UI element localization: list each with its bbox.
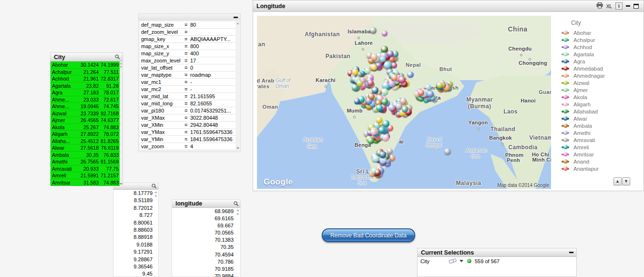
minimize-icon[interactable] — [234, 17, 238, 18]
variables-panel-header[interactable] — [139, 14, 240, 21]
city-listbox-row[interactable]: Amravati20.93377.75 — [51, 165, 120, 173]
city-listbox-row[interactable]: Achhod21.96172.8317 — [51, 75, 120, 82]
city-listbox-row[interactable]: Aligarh27.892278.072 — [51, 131, 120, 138]
eraser-icon[interactable] — [448, 257, 458, 265]
variable-value-cell[interactable]: 21.161595 — [190, 93, 235, 100]
scroll-up-icon[interactable] — [236, 22, 239, 24]
latitude-value[interactable]: 8.51189 — [113, 197, 158, 204]
variable-row[interactable]: var_maptype=roadmap — [140, 72, 235, 79]
longitude-value[interactable]: 70.4594 — [172, 251, 240, 258]
city-listbox-row[interactable]: Agra27.18378.017 — [51, 89, 120, 96]
variable-row[interactable]: def_map_size=80 — [140, 21, 235, 29]
city-listbox-row[interactable]: Amritsar31.58374.883 — [51, 179, 120, 186]
variable-value-cell[interactable]: ABQIAAAAPTY... — [190, 36, 235, 42]
variable-value-cell[interactable] — [190, 29, 235, 35]
longitude-value[interactable]: 70.9884 — [172, 273, 240, 277]
variable-row[interactable]: var_mc1=- — [140, 79, 235, 86]
latitude-value[interactable]: 8.88918 — [113, 234, 158, 241]
city-listbox-row[interactable]: Ambala30.3576.833 — [51, 152, 120, 159]
search-icon[interactable] — [234, 201, 239, 206]
city-listbox-row[interactable]: Ahme...23.03372.617 — [51, 96, 120, 103]
variable-row[interactable]: var_XMin=2942.80448 — [140, 122, 235, 129]
city-listbox-header[interactable]: City — [51, 53, 123, 62]
variable-value-cell[interactable]: 0.01745329251... — [190, 107, 235, 114]
legend-scroll-up-button[interactable]: ▲ — [613, 177, 622, 185]
city-listbox-row[interactable]: Agartala23.8291.28 — [51, 82, 120, 90]
variable-value-cell[interactable]: 4 — [190, 143, 235, 150]
scroll-thumb[interactable] — [120, 66, 122, 68]
variable-value-cell[interactable]: 800 — [190, 43, 235, 50]
variable-value-cell[interactable]: 2942.80448 — [190, 122, 235, 128]
search-icon[interactable] — [152, 184, 157, 189]
city-listbox-row[interactable]: Achalpur21.26477.511 — [51, 69, 120, 76]
variable-row[interactable]: var_pi180=0.01745329251... — [140, 107, 235, 114]
current-selections-header[interactable]: Current Selections — [418, 248, 576, 257]
remove-bad-coordinate-data-button[interactable]: Remove Bad Coordinate Data — [322, 228, 415, 242]
latitude-value[interactable]: 9.17291 — [113, 248, 158, 256]
google-logo[interactable]: Google — [264, 177, 293, 187]
longitude-scrollbar[interactable] — [235, 209, 240, 215]
longitude-value[interactable]: 70.1383 — [172, 236, 240, 244]
variable-value-cell[interactable]: 17 — [190, 57, 235, 64]
longitude-value[interactable]: 68.9689 — [172, 208, 240, 215]
variable-value-cell[interactable]: - — [190, 79, 235, 85]
variable-row[interactable]: var_mid_lat=21.161595 — [140, 93, 235, 100]
variable-row[interactable]: var_mid_long=82.16055 — [140, 100, 235, 107]
latitude-value[interactable]: 9.28867 — [113, 256, 158, 263]
city-listbox-row[interactable]: Ajmer26.456574.6377 — [51, 117, 120, 124]
city-listbox-row[interactable]: Abohar30.142474.1999 — [51, 62, 120, 69]
variable-row[interactable]: var_XMax=3022.80448 — [140, 114, 235, 122]
variables-scrollbar[interactable] — [236, 21, 240, 150]
latitude-value[interactable]: 8.80061 — [113, 219, 158, 226]
excel-export-icon[interactable]: XL — [606, 3, 612, 9]
variable-value-cell[interactable]: 82.16055 — [190, 100, 235, 107]
minimize-icon[interactable] — [626, 5, 630, 7]
latitude-value[interactable]: 8.72012 — [113, 205, 158, 212]
variable-row[interactable]: map_size_y=400 — [140, 50, 235, 57]
scroll-up-icon[interactable] — [154, 191, 157, 193]
variable-row[interactable]: var_zoom=4 — [140, 143, 235, 150]
map-window-titlebar[interactable]: Longitude XL i — [253, 0, 644, 12]
info-icon[interactable]: i — [615, 2, 623, 10]
variable-row[interactable]: max_zoom_level=17 — [140, 57, 235, 64]
city-listbox-row[interactable]: Amreli21.599171.2157 — [51, 172, 120, 179]
variable-row[interactable]: var_mc2=- — [140, 86, 235, 93]
maximize-icon[interactable] — [634, 4, 639, 9]
latitude-value[interactable]: 8.727 — [113, 212, 158, 219]
variable-row[interactable]: def_zoom_level= — [140, 29, 235, 36]
latitude-value[interactable]: 8.88603 — [113, 226, 158, 234]
legend-scroll-down-button[interactable]: ▼ — [622, 177, 630, 185]
latitude-value[interactable]: 8.17779 — [113, 190, 158, 197]
longitude-value[interactable]: 70.35 — [172, 244, 240, 251]
search-icon[interactable] — [115, 54, 123, 60]
city-listbox-row[interactable]: Aizwal23.733992.7168 — [51, 110, 120, 117]
variable-value-cell[interactable]: 1761.5596475336 — [190, 129, 235, 135]
dropdown-arrow-icon[interactable] — [460, 260, 463, 262]
scroll-up-icon[interactable] — [236, 209, 239, 211]
variable-row[interactable]: gmap_key=ABQIAAAAPTY... — [140, 36, 235, 43]
variable-value-cell[interactable]: roadmap — [190, 72, 235, 78]
variable-row[interactable]: map_size_x=800 — [140, 43, 235, 50]
longitude-value[interactable]: 70.9185 — [172, 266, 240, 273]
city-listbox-row[interactable]: Akola25.26774.883 — [51, 124, 120, 131]
longitude-value[interactable]: 70.786 — [172, 258, 240, 266]
longitude-listbox-header[interactable]: longitude — [172, 200, 240, 208]
city-listbox-row[interactable]: Allaha...25.451281.8265 — [51, 138, 120, 145]
longitude-value[interactable]: 70.0565 — [172, 229, 240, 236]
city-listbox-row[interactable]: Amethi26.756581.1569 — [51, 158, 120, 165]
variable-value-cell[interactable]: 80 — [190, 21, 235, 28]
google-map[interactable]: anAfghanistanPakistanChinaNepalBhutBangl… — [257, 16, 551, 189]
minimize-icon[interactable] — [569, 252, 573, 253]
scroll-down-icon[interactable] — [120, 183, 123, 185]
longitude-value[interactable]: 69.6165 — [172, 215, 240, 222]
variable-row[interactable]: var_YMin=1841.5596475336 — [140, 136, 235, 143]
latitude-value[interactable]: 9.45 — [113, 270, 158, 277]
scroll-thumb[interactable] — [237, 213, 239, 215]
city-scrollbar[interactable] — [120, 62, 123, 186]
latitude-value[interactable]: 9.36546 — [113, 263, 158, 270]
scroll-thumb[interactable] — [155, 195, 157, 197]
variable-value-cell[interactable]: 3022.80448 — [190, 114, 235, 121]
city-listbox-row[interactable]: Ahme...19.094674.745 — [51, 103, 120, 110]
variable-value-cell[interactable]: 400 — [190, 50, 235, 57]
variable-row[interactable]: var_lat_offset=0 — [140, 64, 235, 72]
